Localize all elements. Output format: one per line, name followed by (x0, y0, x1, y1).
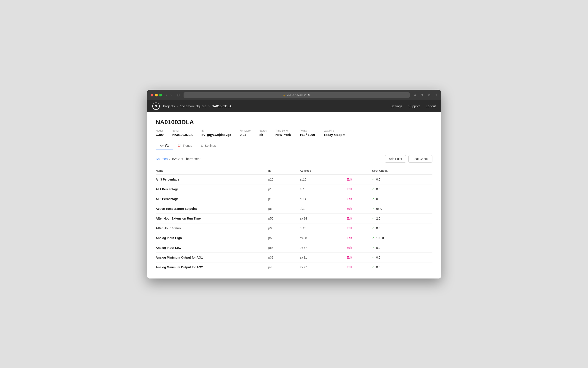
edit-link-6[interactable]: Edit (347, 236, 352, 240)
cell-edit-8[interactable]: Edit (344, 252, 369, 262)
address-bar[interactable]: 🔒 cloud.novant.io ↻ (183, 92, 410, 98)
cell-name-8: Analog Minimum Output for AO1 (156, 252, 266, 262)
edit-link-9[interactable]: Edit (347, 266, 352, 269)
cell-id-5: p98 (266, 223, 297, 233)
forward-button[interactable]: › (169, 93, 173, 98)
cell-edit-3[interactable]: Edit (344, 204, 369, 213)
meta-status-value: ok (259, 133, 267, 137)
cell-edit-7[interactable]: Edit (344, 243, 369, 252)
cell-edit-4[interactable]: Edit (344, 213, 369, 223)
lock-icon: 🔒 (283, 94, 286, 96)
tab-trends[interactable]: 📈 Trends (173, 142, 196, 150)
meta-lastping-value: Today 4:16pm (324, 133, 346, 137)
traffic-light-yellow[interactable] (155, 94, 158, 96)
reload-icon: ↻ (308, 93, 310, 97)
edit-link-1[interactable]: Edit (347, 187, 352, 191)
meta-lastping-label: Last Ping (324, 129, 346, 132)
cell-spotcheck-4: ✓ 2.0 (369, 213, 433, 223)
tab-settings[interactable]: ⚙ Settings (196, 142, 220, 150)
cell-address-1: ai.13 (297, 184, 344, 194)
settings-icon: ⚙ (201, 144, 203, 147)
table-row: Analog Minimum Output for AO1 p32 av.11 … (156, 252, 433, 262)
table-row: Analog Minimum Output for AO2 p48 av.27 … (156, 262, 433, 272)
check-icon-3: ✓ (372, 207, 375, 210)
download-button[interactable]: ⬇ (412, 92, 418, 98)
fullscreen-button[interactable]: ⧉ (427, 93, 432, 98)
meta-points: Points 161 / 1000 (300, 129, 315, 137)
table-body: A I 3 Percentage p20 ai.15 Edit ✓ 0.0 AI… (156, 175, 433, 272)
meta-id-label: ID (201, 129, 231, 132)
spot-check-button[interactable]: Spot Check (408, 155, 432, 163)
meta-firmware-value: 0.21 (240, 133, 251, 137)
edit-link-4[interactable]: Edit (347, 217, 352, 220)
cell-name-1: AI 1 Percentage (156, 184, 266, 194)
breadcrumb-projects-link[interactable]: Projects (163, 104, 175, 108)
cell-edit-0[interactable]: Edit (344, 175, 369, 184)
spot-value-1: 0.0 (376, 187, 380, 191)
action-buttons: Add Point Spot Check (385, 155, 432, 163)
cell-edit-1[interactable]: Edit (344, 184, 369, 194)
cell-address-8: av.11 (297, 252, 344, 262)
meta-serial: Serial NA01003DLA (172, 129, 193, 137)
share-button[interactable]: ⬆ (419, 92, 425, 98)
nav-settings-link[interactable]: Settings (391, 104, 402, 108)
cell-spotcheck-1: ✓ 0.0 (369, 184, 433, 194)
cell-edit-5[interactable]: Edit (344, 223, 369, 233)
table-header-row: Name ID Address Spot Check (156, 167, 433, 175)
table-row: Active Temperature Setpoint p6 ai.1 Edit… (156, 204, 433, 213)
spot-value-6: 100.0 (376, 236, 384, 240)
traffic-light-red[interactable] (151, 94, 154, 96)
cell-id-0: p20 (266, 175, 297, 184)
cell-edit-6[interactable]: Edit (344, 233, 369, 243)
new-tab-button[interactable]: + (435, 92, 438, 98)
col-header-id: ID (266, 167, 297, 175)
cell-name-4: After Hour Extension Run Time (156, 213, 266, 223)
sidebar-toggle-button[interactable]: ⊡ (175, 92, 181, 98)
meta-serial-label: Serial (172, 129, 193, 132)
cell-address-9: av.27 (297, 262, 344, 272)
spot-value-7: 0.0 (376, 246, 380, 249)
check-icon-5: ✓ (372, 227, 375, 230)
traffic-light-green[interactable] (159, 94, 162, 96)
device-meta: Model G300 Serial NA01003DLA ID dv_gqy6w… (156, 129, 433, 137)
nav-support-link[interactable]: Support (408, 104, 420, 108)
check-icon-1: ✓ (372, 187, 375, 191)
meta-timezone-value: New_York (275, 133, 291, 137)
meta-firmware: Firmware 0.21 (240, 129, 251, 137)
add-point-button[interactable]: Add Point (385, 155, 406, 163)
spot-value-5: 0.0 (376, 227, 380, 230)
meta-firmware-label: Firmware (240, 129, 251, 132)
edit-link-0[interactable]: Edit (347, 178, 352, 181)
cell-edit-2[interactable]: Edit (344, 194, 369, 204)
col-header-edit (344, 167, 369, 175)
col-header-name: Name (156, 167, 266, 175)
cell-id-7: p58 (266, 243, 297, 252)
breadcrumb-project-link[interactable]: Sycamore Square (180, 104, 206, 108)
browser-titlebar: ‹ › ⊡ 🔒 cloud.novant.io ↻ ⬇ ⬆ ⧉ + (147, 90, 441, 100)
cell-id-6: p59 (266, 233, 297, 243)
cell-edit-9[interactable]: Edit (344, 262, 369, 272)
cell-name-7: Analog Input Low (156, 243, 266, 252)
meta-model: Model G300 (156, 129, 164, 137)
table-row: AI 1 Percentage p18 ai.13 Edit ✓ 0.0 (156, 184, 433, 194)
edit-link-2[interactable]: Edit (347, 197, 352, 201)
col-header-address: Address (297, 167, 344, 175)
back-button[interactable]: ‹ (165, 93, 168, 98)
tab-io[interactable]: <> I/O (156, 142, 174, 150)
nav-logout-link[interactable]: Logout (426, 104, 436, 108)
cell-spotcheck-6: ✓ 100.0 (369, 233, 433, 243)
tabs: <> I/O 📈 Trends ⚙ Settings (156, 142, 433, 150)
traffic-lights (151, 94, 162, 96)
check-icon-6: ✓ (372, 236, 375, 239)
edit-link-3[interactable]: Edit (347, 207, 352, 211)
table-row: After Hour Status p98 bi.26 Edit ✓ 0.0 (156, 223, 433, 233)
app-nav-links: Settings Support Logout (391, 104, 436, 108)
sources-breadcrumb-link[interactable]: Sources (156, 157, 168, 161)
cell-spotcheck-5: ✓ 0.0 (369, 223, 433, 233)
edit-link-8[interactable]: Edit (347, 256, 352, 259)
tab-io-label: I/O (165, 144, 169, 147)
edit-link-7[interactable]: Edit (347, 246, 352, 249)
check-icon-2: ✓ (372, 197, 375, 201)
app-logo-nav: N Projects > Sycamore Square > NA01003DL… (152, 102, 232, 110)
edit-link-5[interactable]: Edit (347, 227, 352, 230)
